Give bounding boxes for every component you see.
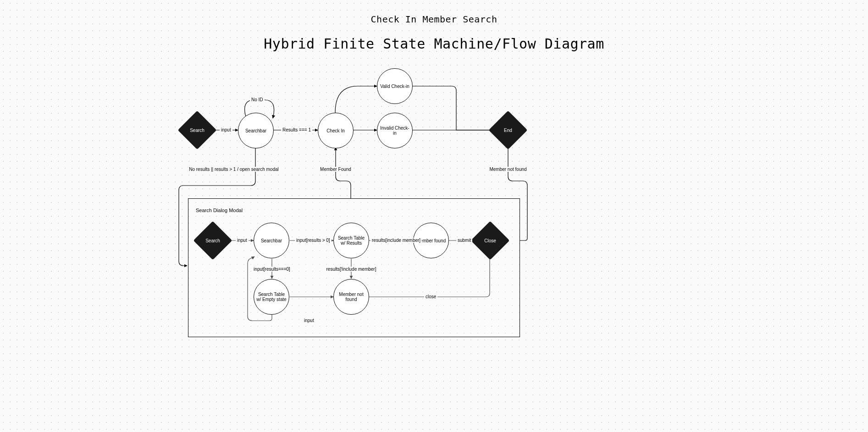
edge-input-results-gt0: input[results > 0] (295, 238, 332, 243)
modal-search-table-empty: Search Table w/ Empty state (254, 279, 289, 315)
modal-start-search: Search (194, 221, 232, 260)
modal-search-table-results: Search Table w/ Results (333, 223, 369, 258)
state-check-in: Check In (318, 113, 354, 148)
edge-input-1: input (220, 127, 232, 132)
edge-input-results-eq0: input[results===0] (252, 267, 292, 272)
edge-member-found: Member Found (319, 167, 353, 172)
edge-member-not-found-top: Member not found (488, 167, 528, 172)
edge-input-3: input (303, 318, 315, 323)
modal-searchbar: Searchbar (254, 223, 289, 258)
edge-results-eq-1: Results === 1 (281, 127, 312, 132)
edge-no-results: No results || results > 1 / open search … (188, 167, 280, 172)
modal-container-label: Search Dialog Modal (196, 208, 243, 213)
edge-input-2: input (236, 238, 249, 243)
start-node-search: Search (178, 111, 217, 150)
edge-submit: submit (456, 238, 472, 243)
modal-member-not-found: Member not found (333, 279, 369, 315)
state-valid-checkin: Valid Check-in (377, 68, 413, 104)
edge-results-include: results[include member] (370, 238, 422, 243)
edge-no-id: No ID (250, 97, 265, 102)
modal-close: Close (471, 221, 510, 260)
state-invalid-checkin: Invalid Check-in (377, 113, 413, 148)
edge-close: close (424, 294, 437, 299)
state-searchbar: Searchbar (238, 113, 274, 148)
diagram-subtitle: Check In Member Search (371, 14, 498, 25)
diagram-title: Hybrid Finite State Machine/Flow Diagram (264, 36, 604, 52)
edge-results-not-include: results[!include member] (325, 267, 378, 272)
end-node: End (489, 111, 528, 150)
